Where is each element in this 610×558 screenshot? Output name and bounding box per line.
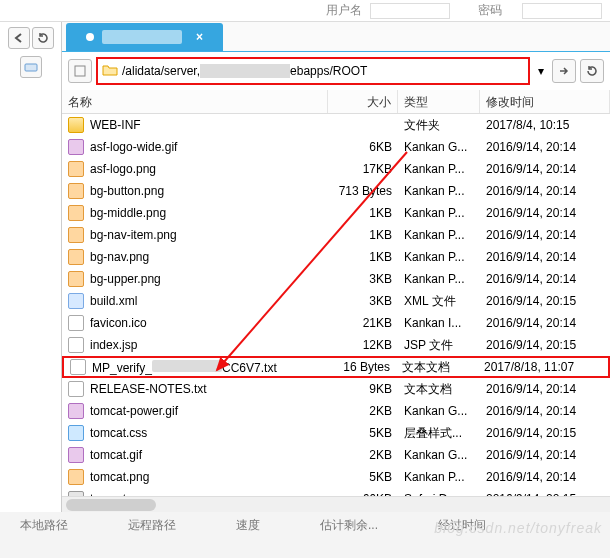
address-bar[interactable]: /alidata/server,ebapps/ROOT: [96, 57, 530, 85]
col-name[interactable]: 名称: [62, 90, 328, 113]
svg-rect-0: [25, 64, 37, 71]
file-row[interactable]: bg-middle.png1KBKankan P...2016/9/14, 20…: [62, 202, 610, 224]
ico-file-icon: [68, 315, 84, 331]
txt-file-icon: [70, 359, 86, 375]
username-input[interactable]: [370, 3, 450, 19]
file-size-cell: 17KB: [328, 160, 398, 178]
png-file-icon: [68, 469, 84, 485]
file-row[interactable]: index.jsp12KBJSP 文件2016/9/14, 20:15: [62, 334, 610, 356]
password-label: 密码: [478, 2, 518, 19]
file-mod-cell: 2016/9/14, 20:14: [480, 380, 610, 398]
svg-rect-1: [75, 66, 85, 76]
file-name-label: build.xml: [90, 294, 137, 308]
file-name-cell: tomcat.gif: [62, 445, 328, 465]
xml-file-icon: [68, 293, 84, 309]
file-row[interactable]: bg-upper.png3KBKankan P...2016/9/14, 20:…: [62, 268, 610, 290]
file-list: WEB-INF文件夹2017/8/4, 10:15asf-logo-wide.g…: [62, 114, 610, 496]
col-modified[interactable]: 修改时间: [480, 90, 610, 113]
file-row[interactable]: bg-nav.png1KBKankan P...2016/9/14, 20:14: [62, 246, 610, 268]
file-row[interactable]: favicon.ico21KBKankan I...2016/9/14, 20:…: [62, 312, 610, 334]
tab-title-obscured: [102, 30, 182, 44]
file-row[interactable]: asf-logo.png17KBKankan P...2016/9/14, 20…: [62, 158, 610, 180]
file-name-cell: WEB-INF: [62, 115, 328, 135]
file-size-cell: 3KB: [328, 270, 398, 288]
file-type-cell: 文本文档: [398, 379, 480, 400]
file-mod-cell: 2016/9/14, 20:14: [480, 468, 610, 486]
file-type-cell: Kankan P...: [398, 204, 480, 222]
go-button[interactable]: [552, 59, 576, 83]
file-type-cell: Kankan I...: [398, 314, 480, 332]
file-row[interactable]: build.xml3KBXML 文件2016/9/14, 20:15: [62, 290, 610, 312]
file-name-label: tomcat.css: [90, 426, 147, 440]
file-type-cell: Kankan G...: [398, 138, 480, 156]
file-mod-cell: 2016/9/14, 20:14: [480, 226, 610, 244]
refresh-button[interactable]: [580, 59, 604, 83]
tab-bar: ×: [62, 22, 610, 52]
file-size-cell: 5KB: [328, 468, 398, 486]
png-file-icon: [68, 227, 84, 243]
address-text: /alidata/server,ebapps/ROOT: [118, 64, 524, 79]
png-file-icon: [68, 183, 84, 199]
col-type[interactable]: 类型: [398, 90, 480, 113]
address-dropdown-icon[interactable]: ▾: [534, 64, 548, 78]
nav-refresh-button[interactable]: [32, 27, 54, 49]
file-size-cell: 6KB: [328, 138, 398, 156]
file-row[interactable]: WEB-INF文件夹2017/8/4, 10:15: [62, 114, 610, 136]
file-name-label: index.jsp: [90, 338, 137, 352]
file-mod-cell: 2016/9/14, 20:15: [480, 336, 610, 354]
file-name-cell: bg-nav-item.png: [62, 225, 328, 245]
status-speed: 速度: [236, 517, 260, 534]
file-size-cell: 2KB: [328, 402, 398, 420]
nav-back-button[interactable]: [8, 27, 30, 49]
file-row[interactable]: tomcat.css5KB层叠样式...2016/9/14, 20:15: [62, 422, 610, 444]
file-mod-cell: 2016/9/14, 20:14: [480, 204, 610, 222]
file-row[interactable]: tomcat.gif2KBKankan G...2016/9/14, 20:14: [62, 444, 610, 466]
file-row[interactable]: tomcat.svg66KBSafari Do...2016/9/14, 20:…: [62, 488, 610, 496]
file-type-cell: Kankan P...: [398, 182, 480, 200]
file-name-label: tomcat.gif: [90, 448, 142, 462]
file-row[interactable]: bg-nav-item.png1KBKankan P...2016/9/14, …: [62, 224, 610, 246]
file-row[interactable]: MP_verify_CC6V7.txt16 Bytes文本文档2017/8/18…: [62, 356, 610, 378]
checkbox-icon[interactable]: [68, 59, 92, 83]
file-name-cell: build.xml: [62, 291, 328, 311]
horizontal-scrollbar[interactable]: [62, 496, 610, 512]
file-name-label: tomcat.png: [90, 470, 149, 484]
col-size[interactable]: 大小: [328, 90, 398, 113]
file-name-label: RELEASE-NOTES.txt: [90, 382, 207, 396]
file-row[interactable]: tomcat.png5KBKankan P...2016/9/14, 20:14: [62, 466, 610, 488]
file-name-label: tomcat-power.gif: [90, 404, 178, 418]
file-name-cell: tomcat.css: [62, 423, 328, 443]
file-name-label: bg-middle.png: [90, 206, 166, 220]
watermark: blog.csdn.net/tonyfreak: [434, 520, 602, 536]
file-row[interactable]: bg-button.png713 BytesKankan P...2016/9/…: [62, 180, 610, 202]
file-size-cell: 5KB: [328, 424, 398, 442]
gif-file-icon: [68, 139, 84, 155]
file-size-cell: 1KB: [328, 248, 398, 266]
file-type-cell: 层叠样式...: [398, 423, 480, 444]
password-input[interactable]: [522, 3, 602, 19]
scrollbar-thumb[interactable]: [66, 499, 156, 511]
file-row[interactable]: RELEASE-NOTES.txt9KB文本文档2016/9/14, 20:14: [62, 378, 610, 400]
file-name-label: asf-logo.png: [90, 162, 156, 176]
file-row[interactable]: asf-logo-wide.gif6KBKankan G...2016/9/14…: [62, 136, 610, 158]
active-tab[interactable]: ×: [66, 23, 223, 51]
file-type-cell: XML 文件: [398, 291, 480, 312]
tab-close-icon[interactable]: ×: [196, 30, 203, 44]
file-name-cell: MP_verify_CC6V7.txt: [64, 359, 326, 375]
file-type-cell: 文件夹: [398, 115, 480, 136]
file-size-cell: 3KB: [328, 292, 398, 310]
file-name-cell: bg-button.png: [62, 181, 328, 201]
file-name-label: favicon.ico: [90, 316, 147, 330]
top-credentials-bar: 用户名 密码: [0, 0, 610, 22]
png-file-icon: [68, 161, 84, 177]
file-mod-cell: 2016/9/14, 20:14: [480, 402, 610, 420]
gif-file-icon: [68, 403, 84, 419]
drive-icon[interactable]: [20, 56, 42, 78]
left-toolbar: [0, 22, 62, 512]
file-size-cell: 21KB: [328, 314, 398, 332]
txt-file-icon: [68, 337, 84, 353]
file-name-cell: tomcat-power.gif: [62, 401, 328, 421]
file-row[interactable]: tomcat-power.gif2KBKankan G...2016/9/14,…: [62, 400, 610, 422]
file-size-cell: [328, 123, 398, 127]
png-file-icon: [68, 205, 84, 221]
